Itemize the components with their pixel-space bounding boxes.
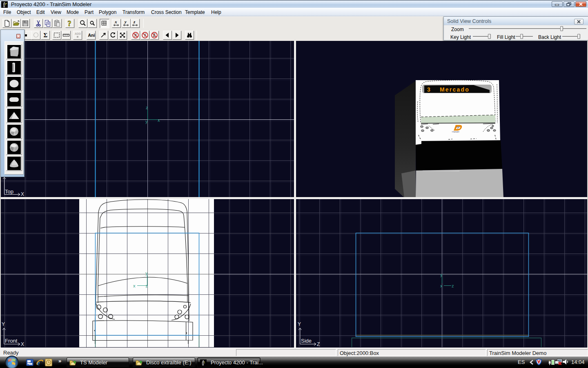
svg-text:z: z <box>452 283 454 288</box>
svg-text:Mercado: Mercado <box>440 86 470 93</box>
svg-text:X: X <box>21 191 24 197</box>
svg-text:X: X <box>21 341 24 347</box>
svg-text:ADD: ADD <box>75 32 81 35</box>
svg-text:z: z <box>146 105 148 110</box>
svg-text:x: x <box>114 19 117 24</box>
svg-text:Front: Front <box>5 338 18 344</box>
svg-text:TRANAR: TRANAR <box>452 131 459 133</box>
svg-text:x: x <box>440 283 443 288</box>
svg-text:Y: Y <box>298 321 301 327</box>
svg-text:Ani: Ani <box>88 33 95 38</box>
svg-text:Y: Y <box>2 321 5 327</box>
svg-text:z: z <box>146 283 148 288</box>
svg-text:3: 3 <box>427 86 430 93</box>
svg-text:?: ? <box>68 20 71 28</box>
svg-text:Top: Top <box>5 188 13 195</box>
svg-text:y: y <box>124 19 127 24</box>
svg-text:Side: Side <box>301 338 312 344</box>
svg-text:z: z <box>133 19 136 24</box>
svg-text:x: x <box>158 118 160 123</box>
svg-text:y: y <box>440 272 443 277</box>
svg-text:x: x <box>133 283 136 288</box>
svg-text:Z: Z <box>317 341 320 347</box>
svg-text:y: y <box>145 119 148 124</box>
svg-text:Σ: Σ <box>44 32 48 38</box>
svg-text:y: y <box>145 271 148 276</box>
